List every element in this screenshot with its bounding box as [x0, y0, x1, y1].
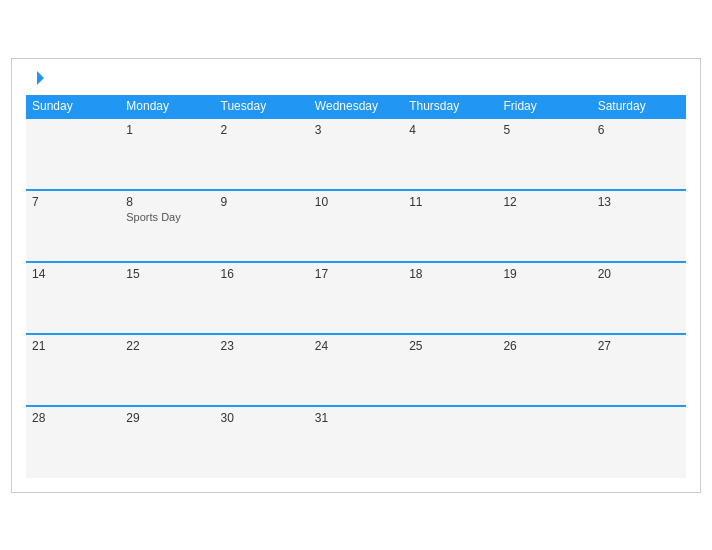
- calendar-cell: 25: [403, 334, 497, 406]
- day-header-friday: Friday: [497, 95, 591, 118]
- day-number: 12: [503, 195, 585, 209]
- day-number: 10: [315, 195, 397, 209]
- day-number: 3: [315, 123, 397, 137]
- day-number: 28: [32, 411, 114, 425]
- calendar-cell: 26: [497, 334, 591, 406]
- day-header-wednesday: Wednesday: [309, 95, 403, 118]
- calendar-cell: 1: [120, 118, 214, 190]
- calendar-cell: 29: [120, 406, 214, 478]
- day-number: 14: [32, 267, 114, 281]
- day-number: 27: [598, 339, 680, 353]
- calendar-cell: 21: [26, 334, 120, 406]
- calendar-cell: 14: [26, 262, 120, 334]
- calendar-cell: 2: [215, 118, 309, 190]
- calendar-cell: 9: [215, 190, 309, 262]
- calendar-week-row: 28293031: [26, 406, 686, 478]
- calendar-week-row: 78Sports Day910111213: [26, 190, 686, 262]
- calendar-cell: 10: [309, 190, 403, 262]
- calendar-cell: 11: [403, 190, 497, 262]
- days-header-row: SundayMondayTuesdayWednesdayThursdayFrid…: [26, 95, 686, 118]
- calendar-cell: [592, 406, 686, 478]
- calendar-cell: 4: [403, 118, 497, 190]
- calendar-cell: 7: [26, 190, 120, 262]
- calendar-week-row: 14151617181920: [26, 262, 686, 334]
- calendar-cell: [403, 406, 497, 478]
- day-number: 11: [409, 195, 491, 209]
- day-number: 4: [409, 123, 491, 137]
- calendar-cell: [26, 118, 120, 190]
- logo-flag-icon: [28, 69, 46, 87]
- day-header-thursday: Thursday: [403, 95, 497, 118]
- calendar-cell: [497, 406, 591, 478]
- day-number: 15: [126, 267, 208, 281]
- day-number: 1: [126, 123, 208, 137]
- day-number: 22: [126, 339, 208, 353]
- calendar-week-row: 123456: [26, 118, 686, 190]
- calendar-cell: 6: [592, 118, 686, 190]
- day-number: 25: [409, 339, 491, 353]
- svg-marker-0: [37, 71, 44, 85]
- calendar-cell: 16: [215, 262, 309, 334]
- day-header-sunday: Sunday: [26, 95, 120, 118]
- day-number: 16: [221, 267, 303, 281]
- calendar-cell: 8Sports Day: [120, 190, 214, 262]
- day-number: 30: [221, 411, 303, 425]
- calendar-container: SundayMondayTuesdayWednesdayThursdayFrid…: [11, 58, 701, 493]
- day-number: 18: [409, 267, 491, 281]
- calendar-cell: 18: [403, 262, 497, 334]
- day-number: 8: [126, 195, 208, 209]
- day-number: 6: [598, 123, 680, 137]
- day-number: 9: [221, 195, 303, 209]
- day-number: 7: [32, 195, 114, 209]
- day-number: 5: [503, 123, 585, 137]
- calendar-cell: 22: [120, 334, 214, 406]
- calendar-header: [26, 69, 686, 87]
- day-number: 20: [598, 267, 680, 281]
- holiday-label: Sports Day: [126, 211, 208, 223]
- calendar-cell: 28: [26, 406, 120, 478]
- day-number: 31: [315, 411, 397, 425]
- calendar-cell: 27: [592, 334, 686, 406]
- day-header-tuesday: Tuesday: [215, 95, 309, 118]
- day-number: 2: [221, 123, 303, 137]
- day-header-monday: Monday: [120, 95, 214, 118]
- calendar-cell: 20: [592, 262, 686, 334]
- day-number: 21: [32, 339, 114, 353]
- calendar-cell: 15: [120, 262, 214, 334]
- calendar-cell: 5: [497, 118, 591, 190]
- calendar-cell: 12: [497, 190, 591, 262]
- calendar-cell: 19: [497, 262, 591, 334]
- calendar-cell: 30: [215, 406, 309, 478]
- logo-text: [26, 69, 46, 87]
- day-number: 29: [126, 411, 208, 425]
- calendar-cell: 3: [309, 118, 403, 190]
- day-number: 19: [503, 267, 585, 281]
- calendar-cell: 23: [215, 334, 309, 406]
- day-number: 26: [503, 339, 585, 353]
- day-number: 17: [315, 267, 397, 281]
- day-number: 13: [598, 195, 680, 209]
- calendar-cell: 24: [309, 334, 403, 406]
- calendar-grid: SundayMondayTuesdayWednesdayThursdayFrid…: [26, 95, 686, 478]
- calendar-cell: 31: [309, 406, 403, 478]
- logo-area: [26, 69, 46, 87]
- calendar-cell: 17: [309, 262, 403, 334]
- calendar-cell: 13: [592, 190, 686, 262]
- day-number: 23: [221, 339, 303, 353]
- calendar-week-row: 21222324252627: [26, 334, 686, 406]
- day-number: 24: [315, 339, 397, 353]
- day-header-saturday: Saturday: [592, 95, 686, 118]
